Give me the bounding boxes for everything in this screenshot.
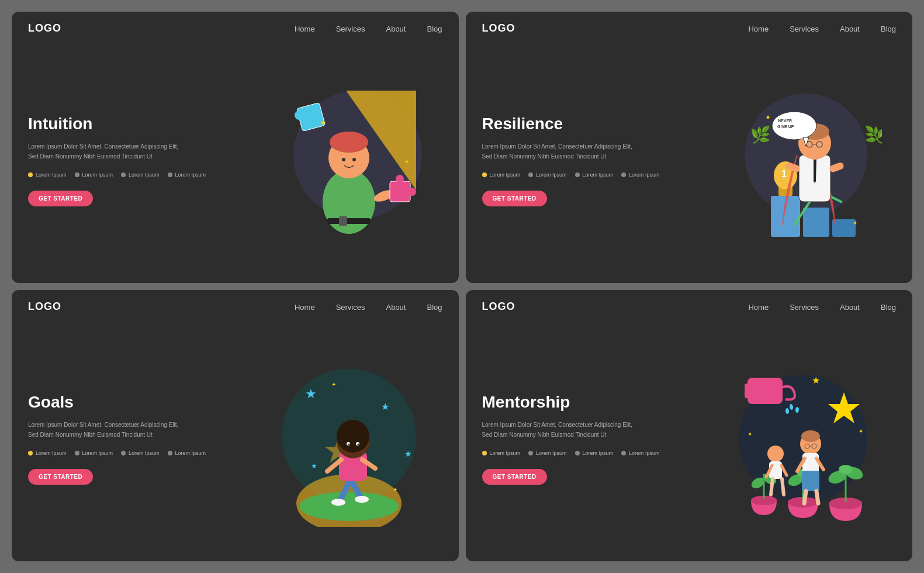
svg-text:🌿: 🌿 xyxy=(750,125,771,144)
nav-about-2[interactable]: About xyxy=(840,25,860,33)
svg-point-8 xyxy=(352,158,356,161)
nav-home-4[interactable]: Home xyxy=(748,303,769,312)
nav-blog-2[interactable]: Blog xyxy=(881,25,896,33)
svg-point-7 xyxy=(342,158,345,161)
nav-home-3[interactable]: Home xyxy=(295,303,315,312)
svg-point-6 xyxy=(330,132,368,153)
panel-resilience: LOGO Home Services About Blog Resilience… xyxy=(466,12,913,283)
illustration-goals: ★ ★ ★ ★ ✦ ✦ ★ xyxy=(227,333,442,545)
content-mentorship: Mentorship Lorem Ipsum Dolor Sit Amet, C… xyxy=(466,323,913,561)
svg-rect-4 xyxy=(339,216,347,226)
navbar-2: LOGO Home Services About Blog xyxy=(466,12,913,45)
svg-rect-23 xyxy=(832,219,856,237)
text-intuition: Intuition Lorem Ipsum Dolor Sit Amet, Co… xyxy=(28,54,227,267)
cta-goals[interactable]: GET STARTED xyxy=(28,469,93,485)
nav-services-3[interactable]: Services xyxy=(336,303,365,312)
svg-text:✦: ✦ xyxy=(331,248,337,248)
nav-services-2[interactable]: Services xyxy=(790,25,819,33)
bullet-2: Lorem Ipsum xyxy=(75,172,113,178)
nav-blog-1[interactable]: Blog xyxy=(427,25,442,33)
panel-goals: LOGO Home Services About Blog Goals Lore… xyxy=(12,290,459,561)
bullet-4: Lorem Ipsum xyxy=(168,172,206,178)
bullet-1: Lorem Ipsum xyxy=(28,172,67,178)
nav-links-4: Home Services About Blog xyxy=(748,302,896,312)
svg-goals: ★ ★ ★ ★ ✦ ✦ ★ xyxy=(241,351,428,527)
nav-home-1[interactable]: Home xyxy=(295,25,315,33)
logo-3: LOGO xyxy=(28,301,61,313)
nav-links-2: Home Services About Blog xyxy=(748,23,896,34)
bullets-resilience: Lorem Ipsum Lorem Ipsum Lorem Ipsum Lore… xyxy=(482,172,681,178)
content-goals: Goals Lorem Ipsum Dolor Sit Amet, Consec… xyxy=(12,323,459,561)
text-resilience: Resilience Lorem Ipsum Dolor Sit Amet, C… xyxy=(482,54,681,267)
text-mentorship: Mentorship Lorem Ipsum Dolor Sit Amet, C… xyxy=(482,333,681,545)
bullets-intuition: Lorem Ipsum Lorem Ipsum Lorem Ipsum Lore… xyxy=(28,172,227,178)
svg-rect-103 xyxy=(802,471,819,491)
navbar-3: LOGO Home Services About Blog xyxy=(12,290,459,323)
bullet-g2: Lorem Ipsum xyxy=(75,450,113,456)
illustration-resilience: 1 xyxy=(681,54,896,267)
svg-rect-69 xyxy=(747,378,783,404)
bullet-g4: Lorem Ipsum xyxy=(168,450,206,456)
svg-text:★: ★ xyxy=(311,462,317,470)
bullet-g1: Lorem Ipsum xyxy=(28,450,67,456)
svg-text:★: ★ xyxy=(305,386,317,401)
bullet-3: Lorem Ipsum xyxy=(121,172,160,178)
svg-line-100 xyxy=(782,479,784,495)
svg-point-108 xyxy=(801,430,820,442)
svg-point-93 xyxy=(839,465,853,474)
nav-about-1[interactable]: About xyxy=(386,25,406,33)
bullet-r1: Lorem Ipsum xyxy=(482,172,521,178)
cta-resilience[interactable]: GET STARTED xyxy=(482,191,547,206)
svg-text:★: ★ xyxy=(381,402,389,412)
svg-text:✦: ✦ xyxy=(320,118,327,127)
desc-mentorship: Lorem Ipsum Dolor Sit Amet, Consectetuer… xyxy=(482,420,634,440)
svg-rect-70 xyxy=(745,384,752,398)
svg-resilience: 1 xyxy=(695,73,882,248)
nav-blog-4[interactable]: Blog xyxy=(881,303,896,312)
text-goals: Goals Lorem Ipsum Dolor Sit Amet, Consec… xyxy=(28,333,227,545)
svg-point-63 xyxy=(337,420,369,453)
svg-point-95 xyxy=(767,446,784,462)
nav-services-1[interactable]: Services xyxy=(336,25,365,33)
desc-intuition: Lorem Ipsum Dolor Sit Amet, Consectetuer… xyxy=(28,141,180,161)
cta-intuition[interactable]: GET STARTED xyxy=(28,191,93,206)
title-mentorship: Mentorship xyxy=(482,393,681,412)
svg-rect-22 xyxy=(803,208,829,237)
svg-text:✦: ✦ xyxy=(393,486,397,493)
bullet-m4: Lorem Ipsum xyxy=(621,450,660,456)
bullets-goals: Lorem Ipsum Lorem Ipsum Lorem Ipsum Lore… xyxy=(28,450,227,456)
desc-goals: Lorem Ipsum Dolor Sit Amet, Consectetuer… xyxy=(28,420,180,440)
navbar-4: LOGO Home Services About Blog xyxy=(466,290,913,323)
nav-home-2[interactable]: Home xyxy=(748,25,769,33)
logo-2: LOGO xyxy=(482,22,515,34)
bullet-r2: Lorem Ipsum xyxy=(528,172,567,178)
panel-mentorship: LOGO Home Services About Blog Mentorship… xyxy=(466,290,913,561)
nav-services-4[interactable]: Services xyxy=(790,303,819,312)
illustration-intuition: ✦ ✦ ✦ xyxy=(227,54,442,267)
svg-point-11 xyxy=(396,175,404,183)
title-intuition: Intuition xyxy=(28,115,227,133)
svg-text:✦: ✦ xyxy=(765,113,771,122)
bullet-m2: Lorem Ipsum xyxy=(528,450,567,456)
svg-text:1: 1 xyxy=(781,169,787,179)
bullet-g3: Lorem Ipsum xyxy=(121,450,160,456)
panel-intuition: LOGO Home Services About Blog Intuition … xyxy=(12,12,459,283)
nav-links-3: Home Services About Blog xyxy=(295,302,442,312)
title-resilience: Resilience xyxy=(482,115,681,133)
logo-1: LOGO xyxy=(28,22,61,34)
nav-blog-3[interactable]: Blog xyxy=(427,303,442,312)
nav-about-4[interactable]: About xyxy=(840,303,860,312)
svg-point-47 xyxy=(299,492,399,521)
svg-text:GIVE UP: GIVE UP xyxy=(777,125,794,129)
cta-mentorship[interactable]: GET STARTED xyxy=(482,469,547,485)
svg-text:✦: ✦ xyxy=(859,428,863,434)
svg-line-99 xyxy=(771,479,773,495)
svg-line-107 xyxy=(816,491,818,503)
svg-text:✦: ✦ xyxy=(331,381,336,388)
svg-point-66 xyxy=(348,443,350,445)
svg-rect-10 xyxy=(390,181,410,202)
svg-rect-3 xyxy=(327,218,371,224)
svg-point-58 xyxy=(355,496,369,503)
nav-about-3[interactable]: About xyxy=(386,303,406,312)
bullet-m3: Lorem Ipsum xyxy=(575,450,614,456)
